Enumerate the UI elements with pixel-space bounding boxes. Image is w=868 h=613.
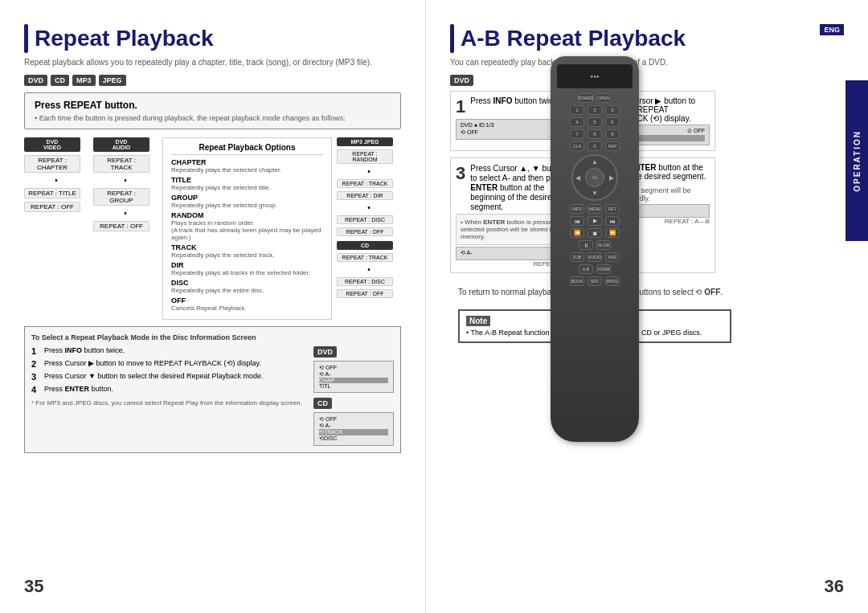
- remote-btn-play[interactable]: ▶: [588, 216, 602, 226]
- remote-btn-ang[interactable]: ANG: [605, 252, 620, 262]
- press-repeat-title: Press REPEAT button.: [35, 100, 391, 111]
- remote-btn-9[interactable]: 7: [570, 129, 584, 139]
- enter-label: OK: [592, 175, 597, 180]
- remote-row-1: POWER OPEN: [557, 93, 633, 103]
- cd-column: CD REPEAT : TRACK • REPEAT : DISC REPEAT…: [337, 241, 401, 298]
- remote-btn-info[interactable]: INFO: [570, 204, 584, 214]
- cd-item-2: REPEAT : DISC: [337, 277, 393, 286]
- mp3-cd-columns: MP3 JPEG REPEAT : RANDOM • REPEAT : TRAC…: [337, 137, 401, 320]
- remote-btn-10[interactable]: 8: [588, 129, 602, 139]
- dvd-badge-top-right: DVD: [450, 75, 473, 86]
- cd-dot: •: [337, 265, 401, 274]
- step-2: 2 Press Cursor ▶ button to move to REPEA…: [31, 359, 305, 369]
- cd-item-3: REPEAT : OFF: [337, 289, 393, 298]
- remote-btn-book[interactable]: BOOK: [570, 276, 584, 286]
- step-1: 1 Press INFO button twice.: [31, 346, 305, 356]
- remote-btn-11[interactable]: 9: [605, 129, 620, 139]
- badge-dvd: DVD: [24, 75, 47, 86]
- remote-btn-rep[interactable]: REP: [605, 141, 620, 151]
- remote-btn-ff[interactable]: ⏩: [605, 228, 620, 238]
- dvd-video-item-2: REPEAT : TITLE: [24, 188, 80, 198]
- playback-modes-area: DVD VIDEO REPEAT : CHAPTER • REPEAT : TI…: [24, 137, 401, 320]
- remote-display-text: ●●●: [591, 74, 600, 79]
- remote-btn-next[interactable]: ⏭: [605, 216, 620, 226]
- right-subtitle: You can repeatedly play back a designate…: [450, 58, 844, 67]
- remote-btn-prev[interactable]: ⏮: [570, 216, 584, 226]
- left-subtitle: Repeat playback allows you to repeatedly…: [24, 58, 401, 67]
- remote-row-7: ⏮ ▶ ⏭: [557, 216, 633, 226]
- right-page: A-B Repeat Playback ENG You can repeated…: [426, 0, 868, 613]
- dvd-badge-sm: DVD: [313, 346, 337, 358]
- nav-left-arrow[interactable]: ◀: [575, 174, 580, 182]
- remote-row-4: 7 8 9: [557, 129, 633, 139]
- dvd-screen-row2: ⟲ A-: [319, 371, 388, 378]
- remote-btn-2[interactable]: OPEN: [596, 93, 611, 103]
- remote-btn-menu[interactable]: MENU: [588, 204, 602, 214]
- dvd-screen-row1: ⟲ OFF: [319, 365, 388, 371]
- nav-up-arrow[interactable]: ▲: [592, 158, 598, 166]
- nav-circle[interactable]: ▲ ▼ ◀ ▶ OK: [571, 154, 618, 201]
- remote-row-12: BOOK SRC PROG: [557, 276, 633, 286]
- dvd-audio-dot1: •: [93, 176, 158, 185]
- nav-down-arrow[interactable]: ▼: [592, 190, 598, 197]
- remote-btn-1[interactable]: POWER: [579, 93, 593, 103]
- remote-row-6: INFO MENU RET: [557, 204, 633, 214]
- title-bar-left: [24, 24, 28, 53]
- remote-row-8: ⏪ ⏹ ⏩: [557, 228, 633, 238]
- steps-area: 1 Press INFO button twice. 2 Press Curso…: [31, 346, 394, 446]
- remote-btn-5[interactable]: 3: [605, 105, 620, 115]
- mp3-item-3: REPEAT : DIR: [337, 191, 393, 200]
- remote-btn-sub[interactable]: SUB: [570, 252, 584, 262]
- footnote-left: * For MP3 and JPEG discs, you cannot sel…: [31, 399, 305, 407]
- remote-btn-rew[interactable]: ⏪: [570, 228, 584, 238]
- remote-btn-8[interactable]: 6: [605, 117, 620, 127]
- remote-btn-pause[interactable]: ⏸: [579, 240, 593, 250]
- option-dir-name: DIR: [171, 261, 323, 269]
- right-page-title: A-B Repeat Playback: [461, 26, 686, 51]
- step-1-num: 1: [31, 346, 41, 356]
- option-disc: DISC Repeatedly plays the entire disc.: [171, 279, 323, 294]
- remote-btn-6[interactable]: 4: [570, 117, 584, 127]
- steps-list: 1 Press INFO button twice. 2 Press Curso…: [31, 346, 305, 446]
- cd-screen: ⟲ OFF ⟲ A- ⟲TRACK ⟲DISC: [313, 412, 394, 446]
- step-3: 3 Press Cursor ▼ button to select the de…: [31, 372, 305, 382]
- nav-enter-inner[interactable]: OK: [585, 168, 604, 187]
- remote-btn-3[interactable]: 1: [570, 105, 584, 115]
- left-page: Repeat Playback Repeat playback allows y…: [0, 0, 426, 613]
- right-main-content: ●●● POWER OPEN 1 2 3 4 5 6 7: [450, 75, 844, 343]
- step-2-text: Press Cursor ▶ button to move to REPEAT …: [44, 359, 261, 369]
- remote-btn-ab[interactable]: A-B: [579, 264, 593, 274]
- mp3-item-2: REPEAT : TRACK: [337, 179, 393, 188]
- remote-btn-0[interactable]: 0: [588, 141, 602, 151]
- dvd-audio-item-2: REPEAT : GROUP: [93, 188, 149, 206]
- remote-btn-zoom[interactable]: ZOOM: [596, 264, 611, 274]
- step-1-text: Press INFO button twice.: [44, 346, 125, 356]
- remote-display: ●●●: [557, 64, 633, 88]
- step-3-num: 3: [31, 372, 41, 382]
- mp3-item-1: REPEAT : RANDOM: [337, 149, 393, 164]
- option-off-desc: Cancels Repeat Playback.: [171, 304, 323, 312]
- dvd-video-dot: •: [24, 176, 88, 185]
- remote-btn-clr[interactable]: CLR: [570, 141, 584, 151]
- press-repeat-note: • Each time the button is pressed during…: [35, 114, 391, 122]
- step-3-text: Press Cursor ▼ button to select the desi…: [44, 372, 264, 382]
- press-repeat-box: Press REPEAT button. • Each time the but…: [24, 92, 401, 129]
- remote-row-5: CLR 0 REP: [557, 141, 633, 151]
- nav-right-arrow[interactable]: ▶: [609, 174, 614, 182]
- option-random-name: RANDOM: [171, 211, 323, 219]
- disc-screens: DVD ⟲ OFF ⟲ A- CHAP TITL CD ⟲ OFF ⟲ A- ⟲…: [313, 346, 394, 446]
- remote-btn-stop[interactable]: ⏹: [588, 228, 602, 238]
- remote-row-3: 4 5 6: [557, 117, 633, 127]
- remote-btn-4[interactable]: 2: [588, 105, 602, 115]
- remote-btn-audio[interactable]: AUDIO: [588, 252, 602, 262]
- remote-btn-ret[interactable]: RET: [605, 204, 620, 214]
- remote-btn-7[interactable]: 5: [588, 117, 602, 127]
- operation-label: OPERATION: [853, 130, 862, 192]
- page-number-left: 35: [24, 576, 43, 597]
- right-title-area: A-B Repeat Playback: [450, 24, 844, 53]
- remote-btn-src[interactable]: SRC: [588, 276, 602, 286]
- remote-btn-slow[interactable]: SLOW: [596, 240, 611, 250]
- remote-btn-prog[interactable]: PROG: [605, 276, 620, 286]
- dvd-screen-row4: TITL: [319, 383, 388, 389]
- option-disc-desc: Repeatedly plays the entire disc.: [171, 287, 323, 294]
